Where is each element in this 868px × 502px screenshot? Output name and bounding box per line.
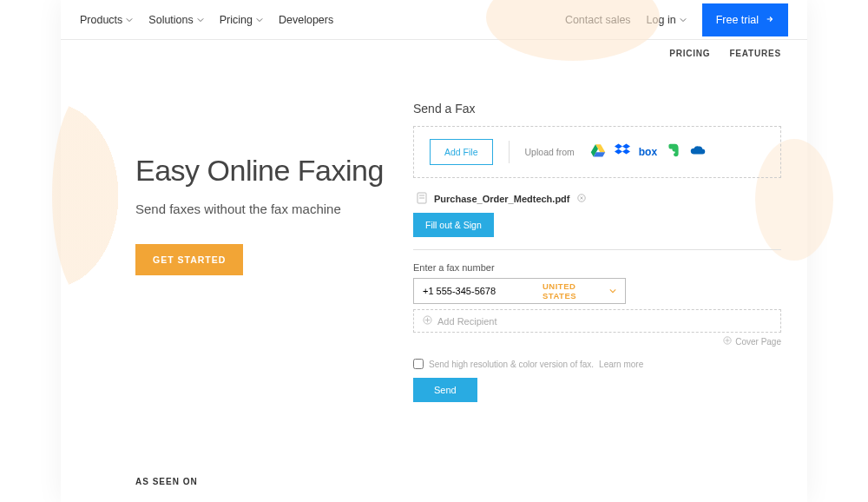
google-drive-icon[interactable]: [590, 143, 606, 161]
document-icon: [417, 192, 427, 206]
divider: [413, 249, 781, 250]
provider-icons: box: [590, 143, 706, 161]
svg-marker-5: [615, 149, 622, 155]
fax-panel: Send a Fax Add File Upload from box Purc…: [413, 102, 781, 402]
nav-products[interactable]: Products: [80, 14, 133, 26]
plus-circle-icon: [423, 315, 432, 327]
nav-solutions[interactable]: Solutions: [148, 14, 203, 26]
nav-developers-label: Developers: [279, 14, 333, 26]
country-selector[interactable]: UNITED STATES: [542, 281, 616, 301]
subnav-features[interactable]: FEATURES: [729, 49, 781, 58]
free-trial-label: Free trial: [716, 14, 759, 26]
chevron-down-icon: [197, 14, 204, 26]
upload-from-label: Upload from: [525, 147, 575, 157]
fill-out-sign-button[interactable]: Fill out & Sign: [413, 213, 494, 237]
nav-pricing[interactable]: Pricing: [220, 14, 263, 26]
add-file-button[interactable]: Add File: [430, 139, 493, 165]
hero-subhead: Send faxes without the fax machine: [135, 201, 396, 216]
chevron-down-icon: [256, 14, 263, 26]
nav-pricing-label: Pricing: [220, 14, 253, 26]
hires-label: Send high resolution & color version of …: [429, 360, 594, 369]
add-recipient-label: Add Recipient: [437, 316, 497, 327]
remove-file-icon[interactable]: [577, 194, 586, 204]
cover-page-label: Cover Page: [735, 337, 781, 347]
hero-section: Easy Online Faxing Send faxes without th…: [135, 102, 396, 402]
svg-marker-4: [622, 144, 630, 149]
free-trial-button[interactable]: Free trial: [702, 3, 788, 36]
fax-number-field[interactable]: UNITED STATES: [413, 278, 626, 304]
file-name: Purchase_Order_Medtech.pdf: [434, 194, 570, 204]
nav-solutions-label: Solutions: [148, 14, 193, 26]
fax-number-input[interactable]: [423, 286, 542, 296]
send-button[interactable]: Send: [413, 378, 477, 402]
nav-developers[interactable]: Developers: [279, 14, 333, 26]
evernote-icon[interactable]: [666, 143, 681, 161]
svg-marker-6: [622, 149, 630, 155]
fax-panel-title: Send a Fax: [413, 102, 781, 116]
file-row: Purchase_Order_Medtech.pdf: [413, 192, 781, 206]
hires-checkbox[interactable]: [413, 359, 424, 369]
hires-row[interactable]: Send high resolution & color version of …: [413, 359, 781, 369]
nav-products-label: Products: [80, 14, 122, 26]
cover-page-button[interactable]: Cover Page: [413, 336, 781, 347]
top-nav: Products Solutions Pricing Developers Co…: [61, 0, 807, 40]
arrow-right-icon: [766, 14, 774, 26]
country-label: UNITED STATES: [542, 281, 606, 301]
box-icon[interactable]: box: [639, 146, 657, 158]
sub-nav: PRICING FEATURES: [61, 40, 807, 67]
svg-marker-3: [615, 144, 622, 149]
learn-more-link[interactable]: Learn more: [599, 360, 643, 369]
subnav-pricing[interactable]: PRICING: [669, 49, 710, 58]
chevron-down-icon: [680, 14, 687, 26]
divider: [509, 141, 510, 163]
add-recipient-button[interactable]: Add Recipient: [413, 309, 781, 333]
chevron-down-icon: [609, 287, 616, 296]
hero-headline: Easy Online Faxing: [135, 154, 396, 188]
onedrive-icon[interactable]: [690, 143, 706, 161]
get-started-button[interactable]: GET STARTED: [135, 244, 243, 275]
dropbox-icon[interactable]: [615, 143, 630, 161]
chevron-down-icon: [126, 14, 133, 26]
plus-circle-icon: [723, 336, 732, 347]
upload-box: Add File Upload from box: [413, 126, 781, 178]
fax-number-label: Enter a fax number: [413, 262, 781, 273]
as-seen-on-label: AS SEEN ON: [135, 477, 198, 486]
